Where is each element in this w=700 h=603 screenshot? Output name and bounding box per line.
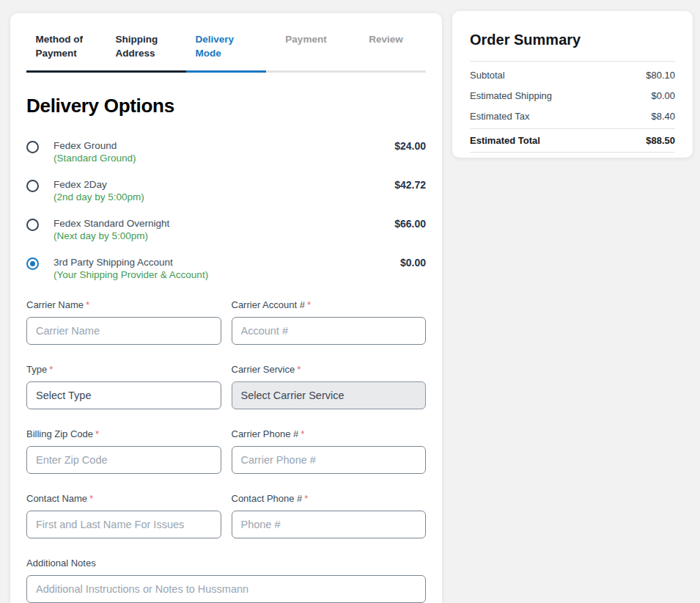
field-contact-phone: Contact Phone #* xyxy=(232,493,427,538)
required-marker: * xyxy=(307,299,311,310)
summary-value: $0.00 xyxy=(651,90,675,101)
tab-review[interactable]: Review xyxy=(346,32,426,73)
summary-label: Estimated Shipping xyxy=(470,90,552,101)
delivery-options-list: Fedex Ground (Standard Ground) $24.00 Fe… xyxy=(26,132,426,288)
field-label: Carrier Service xyxy=(232,364,295,375)
option-name: 3rd Party Shipping Account xyxy=(54,256,208,268)
summary-value: $80.10 xyxy=(646,70,675,81)
required-marker: * xyxy=(304,493,308,504)
carrier-name-input[interactable] xyxy=(26,317,221,345)
field-additional-notes: Additional Notes xyxy=(26,558,426,603)
field-label: Billing Zip Code xyxy=(26,428,93,439)
field-carrier-name: Carrier Name* xyxy=(26,299,221,345)
carrier-service-select: Select Carrier Service xyxy=(232,381,427,409)
required-marker: * xyxy=(95,428,99,439)
summary-total-label: Estimated Total xyxy=(470,135,540,146)
delivery-option-fedex-overnight[interactable]: Fedex Standard Overnight (Next day by 5:… xyxy=(26,210,426,249)
tab-shipping-address[interactable]: Shipping Address xyxy=(106,32,186,73)
delivery-option-fedex-2day[interactable]: Fedex 2Day (2nd day by 5:00pm) $42.72 xyxy=(26,171,426,210)
order-summary-card: Order Summary Subtotal $80.10 Estimated … xyxy=(452,11,693,158)
field-label: Carrier Phone # xyxy=(232,428,299,439)
radio-button-selected[interactable] xyxy=(26,257,39,270)
field-label: Type xyxy=(26,364,47,375)
radio-button[interactable] xyxy=(26,141,39,153)
summary-value: $8.40 xyxy=(651,111,675,122)
tab-label: Delivery Mode xyxy=(196,32,257,60)
tab-label: Shipping Address xyxy=(116,32,177,60)
checkout-card: Method of Payment Shipping Address Deliv… xyxy=(10,13,442,603)
radio-button[interactable] xyxy=(26,180,39,192)
tab-delivery-mode[interactable]: Delivery Mode xyxy=(186,32,266,73)
option-price: $0.00 xyxy=(400,256,426,268)
field-label: Carrier Name xyxy=(26,299,84,310)
field-carrier-phone: Carrier Phone #* xyxy=(232,428,427,474)
field-label: Additional Notes xyxy=(26,558,426,569)
field-label: Contact Phone # xyxy=(232,493,303,504)
type-select[interactable]: Select Type xyxy=(26,381,221,409)
summary-row-subtotal: Subtotal $80.10 xyxy=(470,65,675,85)
field-billing-zip: Billing Zip Code* xyxy=(26,428,221,474)
contact-name-input[interactable] xyxy=(26,511,221,538)
option-price: $24.00 xyxy=(394,139,426,152)
option-name: Fedex 2Day xyxy=(54,178,144,191)
tab-label: Method of Payment xyxy=(36,32,97,60)
required-marker: * xyxy=(301,428,304,439)
option-detail: (Next day by 5:00pm) xyxy=(54,230,169,242)
option-price: $42.72 xyxy=(394,178,426,191)
field-label: Carrier Account # xyxy=(232,299,305,310)
option-detail: (Standard Ground) xyxy=(54,152,136,164)
delivery-option-3rd-party[interactable]: 3rd Party Shipping Account (Your Shippin… xyxy=(26,249,426,288)
tab-label: Review xyxy=(369,32,403,60)
option-name: Fedex Standard Overnight xyxy=(54,217,169,230)
summary-label: Estimated Tax xyxy=(470,111,529,122)
additional-notes-input[interactable] xyxy=(26,575,426,603)
summary-row-estimated-tax: Estimated Tax $8.40 xyxy=(470,106,675,126)
field-carrier-service: Carrier Service* Select Carrier Service xyxy=(232,364,427,409)
contact-phone-input[interactable] xyxy=(232,511,427,538)
required-marker: * xyxy=(49,364,53,375)
tab-payment[interactable]: Payment xyxy=(266,32,346,73)
checkout-stepper: Method of Payment Shipping Address Deliv… xyxy=(26,32,426,73)
carrier-account-input[interactable] xyxy=(232,317,427,345)
field-contact-name: Contact Name* xyxy=(26,493,221,538)
tab-method-of-payment[interactable]: Method of Payment xyxy=(26,32,106,73)
required-marker: * xyxy=(89,493,93,504)
third-party-shipping-form: Carrier Name* Carrier Account #* Type* S… xyxy=(26,299,426,538)
radio-button[interactable] xyxy=(26,219,39,231)
required-marker: * xyxy=(86,299,89,310)
required-marker: * xyxy=(297,364,301,375)
option-detail: (Your Shipping Provider & Account) xyxy=(54,268,208,281)
field-carrier-account: Carrier Account #* xyxy=(232,299,427,345)
field-type: Type* Select Type xyxy=(26,364,221,409)
delivery-option-fedex-ground[interactable]: Fedex Ground (Standard Ground) $24.00 xyxy=(26,132,426,171)
summary-row-estimated-shipping: Estimated Shipping $0.00 xyxy=(470,85,675,106)
field-label: Contact Name xyxy=(26,493,87,504)
summary-total-value: $88.50 xyxy=(646,135,675,146)
option-price: $66.00 xyxy=(394,217,426,230)
option-name: Fedex Ground xyxy=(54,139,136,152)
option-detail: (2nd day by 5:00pm) xyxy=(54,191,144,203)
carrier-phone-input[interactable] xyxy=(232,446,427,474)
tab-label: Payment xyxy=(285,32,326,60)
summary-row-estimated-total: Estimated Total $88.50 xyxy=(470,128,675,153)
summary-label: Subtotal xyxy=(470,70,505,81)
billing-zip-input[interactable] xyxy=(26,446,221,474)
divider xyxy=(470,61,675,62)
page-title: Delivery Options xyxy=(26,95,426,117)
order-summary-title: Order Summary xyxy=(470,32,675,48)
